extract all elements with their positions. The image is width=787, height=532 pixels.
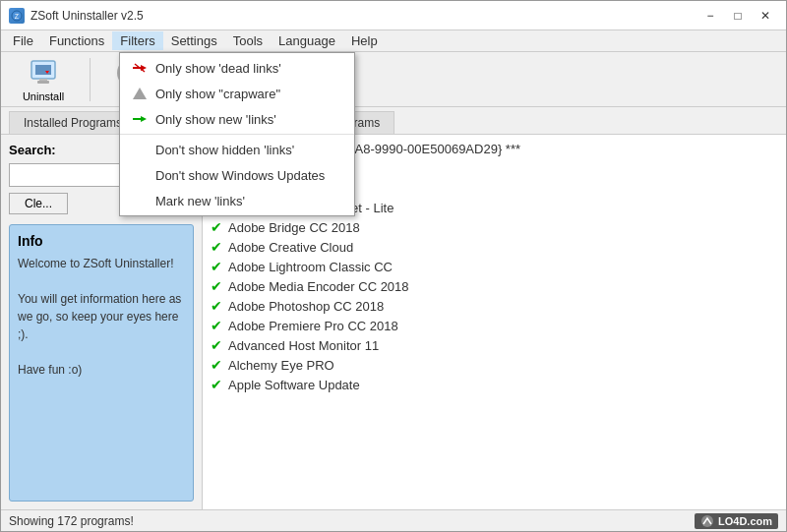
menu-functions[interactable]: Functions xyxy=(41,31,112,50)
program-name: Adobe Creative Cloud xyxy=(228,240,353,255)
program-name: Adobe Lightroom Classic CC xyxy=(228,260,393,274)
status-bar-right: LO4D.com xyxy=(695,513,778,529)
svg-text:Z: Z xyxy=(15,13,20,20)
program-name: Adobe Photoshop CC 2018 xyxy=(228,299,384,314)
program-name: Apple Software Update xyxy=(228,378,360,392)
check-icon: ✔ xyxy=(211,377,222,392)
check-icon: ✔ xyxy=(211,337,222,353)
info-box: Info Welcome to ZSoft Uninstaller!You wi… xyxy=(9,224,194,502)
svg-rect-11 xyxy=(39,79,47,81)
no-updates-icon xyxy=(132,167,148,183)
check-icon: ✔ xyxy=(211,357,222,373)
menu-file[interactable]: File xyxy=(5,31,41,50)
menu-settings[interactable]: Settings xyxy=(163,31,225,50)
filter-mark-new[interactable]: Mark new 'links' xyxy=(120,188,354,213)
filter-dead-links[interactable]: Only show 'dead links' xyxy=(120,55,354,81)
check-icon: ✔ xyxy=(211,318,222,333)
app-icon: Z xyxy=(9,8,25,24)
program-item[interactable]: ✔Apple Software Update xyxy=(203,375,786,394)
svg-rect-9 xyxy=(35,65,51,75)
status-bar: Showing 172 programs! LO4D.com xyxy=(1,509,786,531)
uninstall-icon xyxy=(28,57,59,89)
new-links-icon xyxy=(132,111,148,127)
menu-language[interactable]: Language xyxy=(271,31,343,50)
mark-new-icon xyxy=(132,193,148,208)
uninstall-button[interactable]: Uninstall xyxy=(9,56,78,103)
check-icon: ✔ xyxy=(211,239,222,255)
program-name: Advanced Host Monitor 11 xyxy=(228,338,379,353)
filter-no-updates[interactable]: Don't show Windows Updates xyxy=(120,162,354,188)
menu-help[interactable]: Help xyxy=(343,31,386,50)
status-text: Showing 172 programs! xyxy=(9,514,134,528)
minimize-button[interactable]: − xyxy=(697,6,723,26)
title-bar: Z ZSoft Uninstaller v2.5 − □ ✕ xyxy=(1,1,786,30)
check-icon: ✔ xyxy=(211,298,222,314)
crapware-icon xyxy=(132,86,148,101)
maximize-button[interactable]: □ xyxy=(725,6,751,26)
dead-links-icon xyxy=(132,60,148,76)
filter-new-links[interactable]: Only show new 'links' xyxy=(120,106,354,132)
program-item[interactable]: ✔Adobe Photoshop CC 2018 xyxy=(203,296,786,316)
filter-no-hidden[interactable]: Don't show hidden 'links' xyxy=(120,137,354,162)
program-item[interactable]: ✔Advanced Host Monitor 11 xyxy=(203,335,786,355)
filter-crapware[interactable]: Only show "crapware" xyxy=(120,81,354,106)
info-title: Info xyxy=(18,233,185,249)
clear-button[interactable]: Cle... xyxy=(9,193,68,214)
window-controls: − □ ✕ xyxy=(697,6,778,26)
window-body: File Functions Filters Settings Tools La… xyxy=(1,30,786,531)
svg-marker-5 xyxy=(133,88,147,99)
no-hidden-icon xyxy=(132,142,148,157)
program-name: Alchemy Eye PRO xyxy=(228,358,334,373)
program-name: Adobe Media Encoder CC 2018 xyxy=(228,279,409,294)
svg-rect-10 xyxy=(37,81,49,84)
toolbar-separator xyxy=(90,58,91,101)
window-title: ZSoft Uninstaller v2.5 xyxy=(30,9,697,23)
check-icon: ✔ xyxy=(211,259,222,274)
check-icon: ✔ xyxy=(211,278,222,294)
menu-tools[interactable]: Tools xyxy=(225,31,271,50)
program-name: Adobe Premiere Pro CC 2018 xyxy=(228,319,398,333)
program-item[interactable]: ✔Adobe Bridge CC 2018 xyxy=(203,217,786,237)
program-item[interactable]: ✔Adobe Lightroom Classic CC xyxy=(203,257,786,276)
info-text: Welcome to ZSoft Uninstaller!You will ge… xyxy=(18,255,185,379)
close-button[interactable]: ✕ xyxy=(753,6,778,26)
tab-installed[interactable]: Installed Programs xyxy=(9,111,137,134)
main-window: Z ZSoft Uninstaller v2.5 − □ ✕ File Func… xyxy=(0,0,787,532)
program-name: Adobe Bridge CC 2018 xyxy=(228,220,360,235)
check-icon: ✔ xyxy=(211,219,222,235)
menu-filters[interactable]: Filters xyxy=(112,31,162,50)
filters-dropdown: Only show 'dead links' Only show "crapwa… xyxy=(119,52,355,216)
filter-separator xyxy=(120,134,354,135)
lo4d-icon xyxy=(700,514,714,528)
svg-marker-7 xyxy=(141,116,147,122)
program-item[interactable]: ✔Adobe Creative Cloud xyxy=(203,237,786,257)
program-item[interactable]: ✔Adobe Media Encoder CC 2018 xyxy=(203,276,786,296)
lo4d-badge: LO4D.com xyxy=(695,513,778,529)
menu-bar: File Functions Filters Settings Tools La… xyxy=(1,30,786,52)
program-item[interactable]: ✔Alchemy Eye PRO xyxy=(203,355,786,375)
program-item[interactable]: ✔Adobe Premiere Pro CC 2018 xyxy=(203,316,786,335)
